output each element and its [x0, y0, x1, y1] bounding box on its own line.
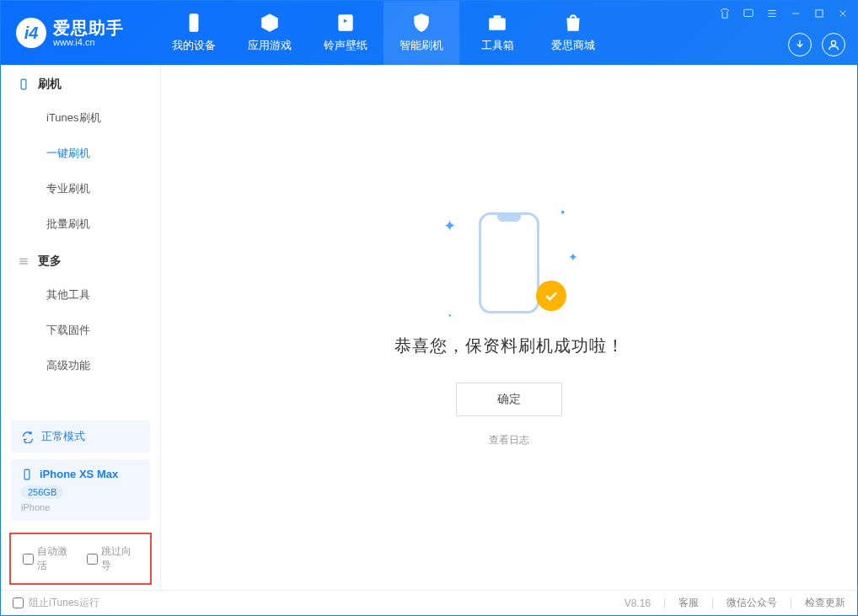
sparkle-icon: ● [560, 208, 565, 216]
briefcase-icon [485, 13, 509, 33]
ok-button[interactable]: 确定 [456, 383, 562, 416]
sidebar-item-advanced[interactable]: 高级功能 [1, 348, 160, 383]
close-button[interactable] [835, 6, 850, 21]
checkbox-auto-activate[interactable]: 自动激活 [23, 544, 75, 573]
footer-link-update[interactable]: 检查更新 [805, 596, 845, 610]
refresh-icon [21, 430, 35, 443]
sidebar-item-itunes-flash[interactable]: iTunes刷机 [1, 100, 160, 136]
shield-icon [410, 13, 433, 33]
sparkle-icon: ● [448, 313, 452, 318]
logo-text: 爱思助手 www.i4.cn [53, 19, 124, 47]
group-title-label: 刷机 [38, 77, 62, 92]
divider [791, 598, 791, 608]
mode-box[interactable]: 正常模式 [11, 420, 150, 453]
tab-my-device[interactable]: 我的设备 [156, 1, 232, 65]
user-button[interactable] [822, 33, 845, 56]
titlebar: i4 爱思助手 www.i4.cn 我的设备 应用游戏 铃声壁纸 智能刷机 工具… [1, 1, 857, 65]
svg-rect-3 [494, 15, 501, 18]
main-content: ✦ ✦ ● ● 恭喜您，保资料刷机成功啦！ 确定 查看日志 [161, 65, 857, 590]
block-itunes-label: 阻止iTunes运行 [29, 596, 99, 610]
success-message: 恭喜您，保资料刷机成功啦！ [394, 335, 625, 357]
svg-rect-2 [489, 19, 506, 30]
footer-link-service[interactable]: 客服 [678, 596, 699, 610]
sidebar-item-other-tools[interactable]: 其他工具 [1, 277, 160, 313]
group-title-label: 更多 [38, 254, 62, 269]
success-illustration: ✦ ✦ ● ● [458, 208, 560, 318]
body: 刷机 iTunes刷机 一键刷机 专业刷机 批量刷机 更多 其他工具 下载固件 … [1, 65, 857, 590]
auto-activate-label: 自动激活 [37, 544, 75, 573]
sidebar: 刷机 iTunes刷机 一键刷机 专业刷机 批量刷机 更多 其他工具 下载固件 … [1, 65, 161, 590]
app-subtitle: www.i4.cn [53, 37, 124, 47]
menu-icon[interactable] [764, 6, 780, 21]
device-storage-badge: 256GB [21, 485, 63, 499]
tab-label: 工具箱 [481, 38, 514, 53]
svg-rect-1 [338, 14, 352, 31]
skip-guide-input[interactable] [87, 554, 98, 565]
sparkle-icon: ✦ [568, 250, 578, 264]
phone-small-icon [18, 78, 29, 90]
header-right-buttons [788, 33, 845, 56]
svg-rect-13 [21, 79, 26, 89]
auto-activate-input[interactable] [23, 554, 34, 565]
sidebar-item-download-firmware[interactable]: 下载固件 [1, 313, 160, 348]
app-title: 爱思助手 [53, 19, 124, 37]
shirt-icon[interactable] [717, 6, 732, 21]
tab-label: 爱思商城 [551, 38, 595, 53]
block-itunes-checkbox[interactable] [13, 597, 24, 608]
svg-rect-0 [190, 13, 199, 32]
sidebar-item-batch-flash[interactable]: 批量刷机 [1, 206, 160, 242]
tab-label: 铃声壁纸 [324, 38, 367, 53]
activation-options: 自动激活 跳过向导 [9, 533, 152, 585]
maximize-button[interactable] [812, 6, 827, 21]
app-logo: i4 爱思助手 www.i4.cn [1, 1, 139, 65]
tab-label: 我的设备 [172, 38, 216, 53]
svg-point-12 [831, 40, 835, 45]
footer-left: 阻止iTunes运行 [13, 596, 99, 610]
svg-rect-17 [24, 469, 29, 479]
sidebar-group-flash: 刷机 [1, 65, 160, 100]
checkmark-badge-icon [536, 281, 566, 311]
device-type: iPhone [21, 502, 140, 512]
minimize-button[interactable] [788, 6, 803, 21]
cube-icon [258, 13, 282, 33]
bag-icon [561, 13, 585, 33]
sidebar-group-more: 更多 [1, 242, 160, 277]
mode-label: 正常模式 [41, 429, 85, 444]
music-icon [334, 13, 357, 33]
svg-rect-9 [816, 10, 823, 17]
tab-smart-flash[interactable]: 智能刷机 [383, 1, 459, 65]
tab-label: 智能刷机 [400, 38, 443, 53]
device-small-icon [21, 469, 33, 480]
window-controls [717, 6, 850, 21]
download-button[interactable] [788, 33, 812, 56]
device-name-row: iPhone XS Max [21, 468, 140, 480]
view-log-link[interactable]: 查看日志 [489, 433, 529, 447]
svg-rect-4 [744, 9, 753, 16]
checkbox-skip-guide[interactable]: 跳过向导 [87, 544, 139, 573]
tab-toolbox[interactable]: 工具箱 [459, 1, 535, 65]
logo-icon: i4 [16, 18, 46, 48]
skip-guide-label: 跳过向导 [101, 544, 139, 573]
footer-link-wechat[interactable]: 微信公众号 [727, 596, 777, 610]
version-label: V8.16 [625, 597, 651, 609]
tab-label: 应用游戏 [248, 38, 292, 53]
divider [712, 598, 713, 608]
tab-store[interactable]: 爱思商城 [535, 1, 611, 65]
device-info-box[interactable]: iPhone XS Max 256GB iPhone [11, 459, 150, 521]
tab-ringtone-wallpaper[interactable]: 铃声壁纸 [308, 1, 383, 65]
sparkle-icon: ✦ [443, 217, 456, 235]
device-icon [182, 13, 206, 33]
footer-right: V8.16 客服 微信公众号 检查更新 [625, 596, 845, 610]
sidebar-item-onekey-flash[interactable]: 一键刷机 [1, 136, 160, 171]
sidebar-item-pro-flash[interactable]: 专业刷机 [1, 171, 160, 206]
list-icon [18, 255, 29, 267]
phone-outline-icon [479, 212, 539, 313]
tab-apps-games[interactable]: 应用游戏 [232, 1, 308, 65]
divider [664, 598, 665, 608]
device-name: iPhone XS Max [40, 468, 118, 480]
feedback-icon[interactable] [741, 6, 756, 21]
statusbar: 阻止iTunes运行 V8.16 客服 微信公众号 检查更新 [1, 590, 857, 615]
